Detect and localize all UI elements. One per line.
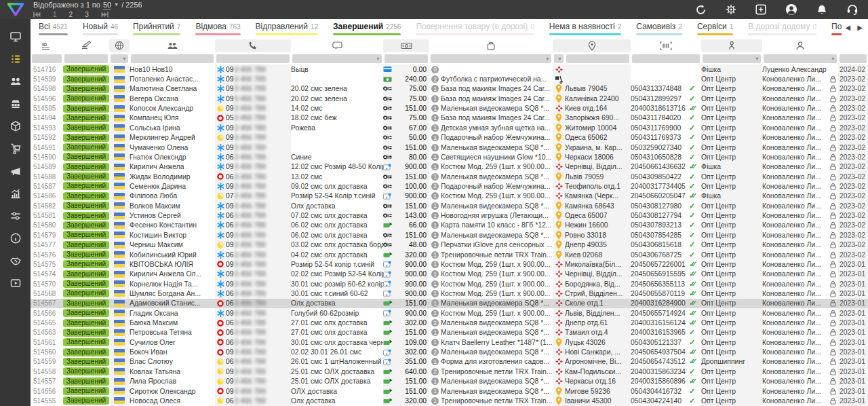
customer-name[interactable]: Влас Слотюу (130, 357, 215, 367)
tracking-number[interactable]: 0504304416732 (631, 386, 689, 396)
tracking-number[interactable]: 0504312899297 (631, 94, 689, 103)
table-row[interactable]: 514568 Завершений Шумляс Богдана Ан... 0… (31, 289, 868, 298)
partners-icon[interactable] (9, 255, 22, 267)
status-tab[interactable]: Сервіси1 (697, 22, 733, 35)
table-row[interactable]: 514580 Завершений Фесенко Константин 063… (31, 221, 868, 230)
status-badge[interactable]: Завершений (63, 163, 109, 171)
page-number[interactable]: 2 (69, 11, 73, 19)
filter-comment-input[interactable]: ▼ (292, 54, 382, 63)
customer-name[interactable]: Чумаченко Олена (130, 143, 215, 152)
table-row[interactable]: 514577 Завершений Черниш Максим 093 456 … (31, 240, 868, 249)
table-row[interactable]: 514591 Завершений Чумаченко Олена 093 45… (31, 143, 868, 152)
status-tab[interactable]: Прийнятий7 (133, 22, 180, 35)
status-tab[interactable]: Повернення товару (в дорозі)0 (416, 22, 534, 35)
status-badge[interactable]: Завершений (63, 358, 109, 366)
status-badge[interactable]: Завершений (63, 134, 109, 142)
column-id[interactable]: ID (31, 39, 63, 52)
status-badge[interactable]: Завершений (63, 212, 109, 220)
table-row[interactable]: 514586 Завершений Філіпова Люба 073 456 … (31, 191, 868, 201)
status-badge[interactable]: Завершений (63, 396, 109, 405)
table-row[interactable]: 514561 Завершений Сучилов Олег 063 456 7… (31, 337, 868, 347)
customer-name[interactable]: Фесенко Константин (130, 221, 215, 230)
tabs-scroll-left-icon[interactable]: ◀ (846, 24, 851, 31)
status-badge[interactable]: Завершений (63, 143, 109, 151)
status-badge[interactable]: Завершений (63, 192, 109, 200)
page-number[interactable]: 1 (53, 11, 57, 19)
shop-icon[interactable] (9, 98, 22, 110)
table-row[interactable]: 514563 Завершений Петровська Тетяна 063 … (31, 328, 868, 337)
customer-name[interactable]: Новосад Олеся (130, 396, 215, 405)
column-tracking[interactable] (631, 39, 701, 52)
table-row[interactable]: 514598 Завершений Малютина Светлана 093 … (31, 84, 868, 94)
tracking-number[interactable]: 0504307854285 (631, 230, 689, 240)
table-row[interactable]: 514556 Завершений Сиротюк Олександр 093 … (31, 386, 868, 396)
status-badge[interactable]: Завершений (63, 377, 109, 386)
table-row[interactable]: 514574 Завершений Кирилич Анжела Ол... 0… (31, 270, 868, 279)
tracking-number[interactable] (631, 64, 689, 74)
tracking-number[interactable]: 0504306815618 (631, 240, 689, 249)
status-badge[interactable]: Завершений (63, 329, 109, 337)
status-tab[interactable]: Самовивіз2 (636, 22, 682, 35)
table-row[interactable]: 514559 Завершений Влас Слотюу 063 456 78… (31, 357, 868, 367)
table-row[interactable]: 514589 Завершений Кирилич Анжела 093 456… (31, 162, 868, 172)
status-tab[interactable]: Відправлений12 (256, 22, 318, 35)
table-row[interactable]: 514570 Завершений Корнелюк Надія Та... 0… (31, 279, 868, 289)
tracking-number[interactable]: 20450661436632 (631, 162, 689, 172)
refresh-icon[interactable] (695, 4, 707, 16)
column-country[interactable] (109, 39, 130, 52)
customer-name[interactable]: Бокоч Иван (130, 347, 215, 356)
status-tab[interactable]: Всі4521 (39, 22, 68, 35)
customer-name[interactable]: Малютина Светлана (130, 84, 215, 94)
customer-name[interactable]: Корнелюк Надія Та... (130, 279, 215, 289)
customer-name[interactable]: Шумляс Богдана Ан... (130, 289, 215, 298)
table-row[interactable]: 514565 Завершений Баюка Максим 063 456 7… (31, 318, 868, 327)
tracking-number[interactable]: 0504304224140 (631, 396, 689, 405)
column-comment[interactable] (291, 39, 383, 52)
tracking-number[interactable]: 20400315860896 (631, 377, 689, 386)
table-row[interactable]: 514576 Завершений Кобилинський Юрий 063 … (31, 250, 868, 259)
customer-name[interactable]: Лила Ярослав (130, 377, 215, 386)
column-phone[interactable] (215, 39, 291, 52)
customer-name[interactable]: Сиротюк Олександр (130, 386, 215, 396)
filter-tracking-input[interactable] (632, 54, 700, 63)
tracking-number[interactable]: 0504311769900 (631, 123, 689, 132)
customer-name[interactable]: Петровська Тетяна (130, 328, 215, 337)
status-badge[interactable]: Завершений (63, 309, 109, 317)
column-status[interactable] (63, 39, 109, 52)
filter-location-input[interactable] (566, 54, 629, 63)
page-size-select[interactable]: 50 (103, 1, 111, 10)
customer-name[interactable]: Гладик Оксана (130, 308, 215, 318)
status-tab[interactable]: Новый46 (83, 22, 118, 35)
status-tab[interactable]: Відмова763 (195, 22, 240, 35)
status-badge[interactable]: Завершений (63, 153, 109, 161)
customer-name[interactable]: Устинов Сергей (130, 210, 215, 220)
column-date[interactable] (838, 39, 868, 52)
customer-name[interactable]: Костишин Виктор (130, 230, 215, 240)
customer-name[interactable]: Черниш Максим (130, 240, 215, 249)
table-row[interactable]: 514566 Завершений Гладик Оксана 093 456 … (31, 308, 868, 318)
customer-name[interactable]: Вегера Оксана (130, 94, 215, 103)
table-row[interactable]: 514593 Завершений Сольська Ірина 093 456… (31, 123, 868, 132)
status-badge[interactable]: Завершений (63, 367, 109, 375)
table-row[interactable]: 514590 Завершений Гнатюк Олексндр 063 45… (31, 152, 868, 162)
table-row[interactable]: 514595 Завершений Колосок Александр 093 … (31, 103, 868, 113)
table-row[interactable]: 514560 Завершений Бокоч Иван 093 456 789… (31, 347, 868, 356)
first-page-button[interactable] (33, 12, 41, 18)
status-badge[interactable]: Завершений (63, 289, 109, 297)
status-badge[interactable]: Завершений (63, 251, 109, 259)
tracking-number[interactable]: 0503259027340 (631, 143, 689, 152)
column-delivery[interactable] (553, 39, 631, 52)
tracking-number[interactable]: 20450656915595 (631, 270, 689, 279)
tracking-number[interactable]: 0504310650828 (631, 152, 689, 162)
status-badge[interactable]: Завершений (63, 202, 109, 210)
table-row[interactable]: 514587 Завершений Семенюк Дарина 093 456… (31, 181, 868, 191)
status-badge[interactable]: Завершений (63, 221, 109, 229)
column-payment[interactable] (383, 39, 429, 52)
table-row[interactable]: 514575 Завершений КВІТОВСЬКА ЮЛІЯ 093 45… (31, 259, 868, 269)
status-badge[interactable]: Завершений (63, 260, 109, 268)
filter-customer-input[interactable] (131, 54, 214, 63)
table-row[interactable]: 514592 Завершений Мерклингер Андрей 093 … (31, 133, 868, 143)
column-customer[interactable] (130, 39, 215, 52)
table-row[interactable]: 514594 Завершений Компанец Юля 053 456 7… (31, 113, 868, 123)
tracking-number[interactable]: 20400318613716 (631, 103, 689, 113)
